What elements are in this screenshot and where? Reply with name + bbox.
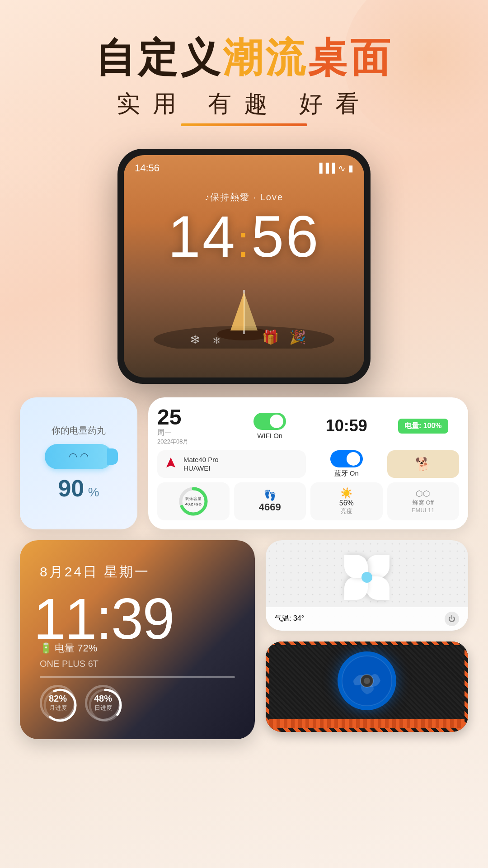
- widgets-section: 你的电量药丸 ◠ ◠ 90 % 25 周一 2022年08月: [0, 397, 488, 739]
- phone-clock-big: 14:56: [124, 207, 364, 266]
- clock-minute: 56: [251, 203, 320, 269]
- widgets-row2: 8月24日 星期一 11:39 🔋 电量 72% ONE PLUS 6T 82%…: [20, 540, 468, 739]
- bluetooth-label: 蓝牙 On: [334, 469, 359, 478]
- steps-count: 4669: [259, 501, 281, 513]
- signal-icon: ▐▐▐: [316, 163, 335, 173]
- fan-temp-label: 气温: 34°: [275, 614, 304, 623]
- huawei-logo-icon: [163, 456, 179, 472]
- svg-text:剩余容量: 剩余容量: [185, 496, 202, 501]
- clock-hour: 14: [168, 203, 237, 269]
- svg-text:❄: ❄: [212, 335, 221, 346]
- fan-dark-orange-bars: [266, 719, 468, 732]
- phone-music-text: ♪保持熱愛 · Love: [124, 191, 364, 203]
- dash-camera-preview: 🐕: [387, 450, 460, 478]
- monthly-label: 月进度: [49, 704, 67, 712]
- battery-percent-sign: %: [88, 485, 99, 499]
- widget-fan-white: 气温: 34° ⏻: [266, 540, 468, 631]
- battery-label: 你的电量药丸: [52, 425, 106, 437]
- wifi-toggle-knob: [270, 415, 283, 428]
- underline-accent: [181, 123, 307, 126]
- svg-text:🎁: 🎁: [262, 329, 279, 345]
- dash-time: 10:59: [310, 406, 383, 446]
- battery-percent-value: 90: [58, 475, 84, 501]
- dash-bluetooth[interactable]: 蓝牙 On: [310, 450, 383, 478]
- fan-blades-container: [340, 550, 394, 604]
- honeycomb-icon: ⬡⬡: [416, 489, 430, 499]
- widget-dashboard: 25 周一 2022年08月 WIFI On 10:59 电量: 100%: [148, 397, 468, 529]
- clock-time-big: 11:39: [33, 590, 174, 648]
- monthly-val: 82%: [49, 693, 67, 704]
- clock-device: ONE PLUS 6T: [40, 659, 235, 669]
- phone-status-bar: 14:56 ▐▐▐ ∿ ▮: [135, 162, 353, 174]
- steps-icon: 👣: [264, 490, 276, 501]
- wifi-icon: ∿: [338, 163, 346, 174]
- daily-val: 48%: [94, 693, 112, 704]
- clock-circle-daily: 48% 日进度: [85, 685, 121, 721]
- storage-circle-chart: 剩余容量 43.27GB: [178, 486, 209, 517]
- brightness-label: 亮度: [341, 507, 352, 515]
- fan-power-button[interactable]: ⏻: [445, 612, 459, 626]
- dash-huawei-device: Mate40 Pro HUAWEI: [157, 450, 306, 478]
- device-name: Mate40 Pro: [183, 455, 219, 464]
- title-black: 自定义: [95, 35, 223, 80]
- title-orange: 潮流: [223, 35, 308, 80]
- daily-label: 日进度: [94, 704, 112, 712]
- phone-mockup-container: 14:56 ▐▐▐ ∿ ▮ ♪保持熱愛 · Love 14:56: [0, 149, 488, 384]
- dash-date-weekday: 周一: [157, 428, 172, 438]
- svg-text:❄: ❄: [190, 333, 200, 347]
- dash-time-value: 10:59: [326, 416, 367, 435]
- fan-blades: [340, 550, 394, 604]
- dash-date-num: 25: [157, 406, 181, 428]
- widget-clock-big: 8月24日 星期一 11:39 🔋 电量 72% ONE PLUS 6T 82%…: [20, 540, 255, 739]
- clock-circle-monthly: 82% 月进度: [40, 685, 76, 721]
- widget-fan-dark: [266, 642, 468, 732]
- clock-bottom-info: 🔋 电量 72% ONE PLUS 6T 82% 月进度: [40, 642, 235, 721]
- battery-icon: ▮: [348, 163, 353, 174]
- fan-dark-circle: [338, 651, 396, 710]
- pill-face: ◠ ◠: [69, 451, 89, 462]
- clock-date-line: 8月24日 星期一: [40, 563, 150, 581]
- widgets-col-right: 气温: 34° ⏻: [266, 540, 468, 739]
- main-title: 自定义潮流桌面: [0, 36, 488, 80]
- emui-label: EMUI 11: [412, 507, 435, 514]
- battery-percentage-bar: 电量: 100%: [398, 419, 448, 434]
- dash-wifi[interactable]: WIFI On: [234, 406, 306, 446]
- dash-storage: 剩余容量 43.27GB: [157, 482, 230, 520]
- battery-percent-display: 90 %: [58, 475, 99, 502]
- header: 自定义潮流桌面 实用 有趣 好看: [0, 0, 488, 126]
- svg-point-22: [364, 678, 370, 684]
- phone-status-time: 14:56: [135, 162, 160, 174]
- subtitle: 实用 有趣 好看: [0, 88, 488, 120]
- clock-circles: 82% 月进度 48% 日进度: [40, 685, 235, 721]
- device-brand: HUAWEI: [183, 464, 219, 473]
- dash-steps: 👣 4669: [234, 482, 306, 520]
- sailboat-scene: ❄ ❄ 🎁 🎉: [124, 267, 364, 350]
- bluetooth-toggle[interactable]: [330, 450, 363, 467]
- wifi-label: WIFI On: [257, 432, 282, 439]
- svg-text:43.27GB: 43.27GB: [185, 502, 202, 506]
- phone-frame: 14:56 ▐▐▐ ∿ ▮ ♪保持熱愛 · Love 14:56: [117, 149, 371, 384]
- brightness-value: 56%: [339, 499, 354, 507]
- svg-marker-3: [230, 292, 244, 330]
- brightness-icon: ☀️: [340, 487, 352, 499]
- widgets-row1: 你的电量药丸 ◠ ◠ 90 % 25 周一 2022年08月: [20, 397, 468, 529]
- clock-device-bar: [40, 676, 235, 678]
- status-icons: ▐▐▐ ∿ ▮: [316, 163, 353, 174]
- huawei-device-info: Mate40 Pro HUAWEI: [183, 455, 219, 473]
- phone-time-display: ♪保持熱愛 · Love 14:56: [124, 191, 364, 266]
- fan-temp-bar: 气温: 34° ⏻: [266, 607, 468, 631]
- svg-marker-4: [244, 292, 258, 330]
- dash-date: 25 周一 2022年08月: [157, 406, 230, 446]
- dark-fan-svg: [340, 654, 394, 708]
- clock-colon: :: [237, 216, 251, 266]
- wifi-toggle[interactable]: [253, 413, 286, 430]
- pill-cap: [107, 448, 118, 465]
- honeycomb-label: 蜂窝 Off: [413, 499, 434, 507]
- fan-center-hub: [361, 572, 372, 583]
- pill-icon: ◠ ◠: [45, 444, 113, 469]
- clock-battery: 🔋 电量 72%: [40, 642, 235, 655]
- dash-brightness: ☀️ 56% 亮度: [310, 482, 383, 520]
- widget-battery-pill: 你的电量药丸 ◠ ◠ 90 %: [20, 397, 137, 529]
- phone-screen: 14:56 ▐▐▐ ∿ ▮ ♪保持熱愛 · Love 14:56: [124, 155, 364, 377]
- svg-text:🎉: 🎉: [289, 329, 306, 345]
